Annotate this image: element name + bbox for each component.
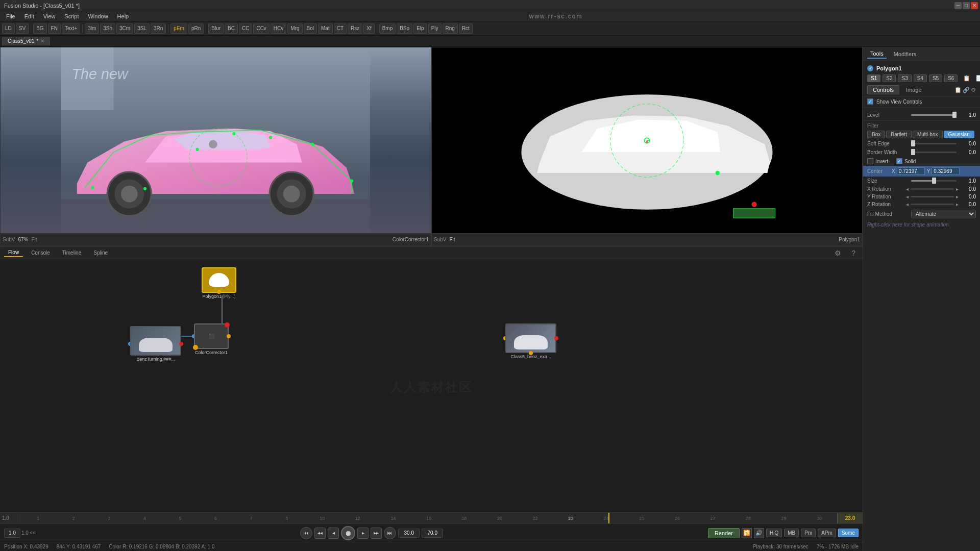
tool-mat[interactable]: Mat	[318, 23, 333, 34]
x-rotation-right-btn[interactable]: ▸	[956, 186, 959, 192]
stop-btn[interactable]: ⏺	[341, 526, 355, 540]
polygon-box[interactable]	[202, 267, 236, 293]
hiq-btn[interactable]: HiQ	[766, 529, 782, 537]
tool-xf[interactable]: Xf	[363, 23, 374, 34]
tool-bc[interactable]: BC	[225, 23, 238, 34]
tool-prn[interactable]: pRn	[188, 23, 204, 34]
maximize-btn[interactable]: □	[963, 2, 970, 9]
soft-edge-slider[interactable]	[911, 143, 957, 144]
style-s3[interactable]: S3	[898, 74, 911, 82]
timeline-track[interactable]: 1 2 3 4 5 6 7 8 10 12 14 16 18 20 22 23	[20, 513, 837, 523]
image-link-btn[interactable]: 🔗	[963, 87, 970, 93]
tool-elp[interactable]: Elp	[413, 23, 427, 34]
some-btn[interactable]: Some	[838, 529, 859, 537]
play-btn[interactable]: ▸	[357, 528, 369, 539]
style-s4[interactable]: S4	[914, 74, 927, 82]
tool-blur[interactable]: Blur	[208, 23, 224, 34]
size-thumb[interactable]	[932, 178, 936, 184]
node-enabled-indicator[interactable]: ✓	[867, 65, 873, 71]
tab-timeline[interactable]: Timeline	[58, 249, 85, 257]
show-view-controls-checkbox[interactable]	[867, 98, 873, 105]
menu-help[interactable]: Help	[113, 12, 133, 20]
menu-file[interactable]: File	[2, 12, 19, 20]
menu-script[interactable]: Script	[60, 12, 83, 20]
start-frame-input[interactable]	[4, 529, 20, 538]
y-rotation-slider[interactable]	[911, 196, 954, 197]
tool-ct[interactable]: CT	[334, 23, 347, 34]
tab-flow[interactable]: Flow	[4, 248, 23, 257]
node-editor-settings[interactable]: ⚙	[831, 248, 844, 258]
style-s6[interactable]: S6	[944, 74, 958, 82]
node-editor[interactable]: Flow Console Timeline Spline ⚙ ? 人人素材社区	[0, 246, 863, 512]
node-corrector[interactable]: ⬛ ColorCorrector1	[194, 323, 229, 355]
viewer-left-fit[interactable]: Fit	[31, 237, 37, 242]
audio-btn[interactable]: 🔊	[754, 528, 764, 538]
paste-settings-btn[interactable]: 📄	[974, 74, 980, 82]
soft-edge-thumb[interactable]	[911, 140, 915, 146]
tool-fn[interactable]: FN	[48, 23, 61, 34]
center-x-input[interactable]	[897, 167, 925, 175]
viewer-right-subv[interactable]: SubV	[434, 237, 446, 242]
tool-bmp[interactable]: Bmp	[379, 23, 396, 34]
tool-3lm[interactable]: 3lm	[85, 23, 99, 34]
x-rotation-slider[interactable]	[911, 188, 954, 190]
z-rotation-right-btn[interactable]: ▸	[956, 202, 959, 207]
tool-3sh[interactable]: 3Sh	[100, 23, 115, 34]
tool-rsz[interactable]: Rsz	[348, 23, 362, 34]
style-s5[interactable]: S5	[929, 74, 942, 82]
tool-cc[interactable]: CC	[239, 23, 252, 34]
go-to-start-btn[interactable]: ⏮	[300, 527, 312, 539]
style-s1[interactable]: S1	[867, 74, 880, 82]
node-editor-help[interactable]: ?	[848, 248, 859, 258]
aprx-btn[interactable]: APrx	[818, 529, 836, 537]
close-btn[interactable]: ✕	[971, 2, 978, 9]
solid-checkbox[interactable]	[896, 158, 902, 164]
tab-spline[interactable]: Spline	[89, 249, 112, 257]
node-media-right[interactable]: Class5_benz_exa...	[505, 323, 556, 359]
tool-bol[interactable]: Bol	[304, 23, 317, 34]
tool-bsp[interactable]: BSp	[397, 23, 412, 34]
panel-tab-tools[interactable]: Tools	[867, 49, 887, 59]
tool-ply[interactable]: Ply	[428, 23, 442, 34]
tool-sv[interactable]: SV	[16, 23, 29, 34]
filter-multibox[interactable]: Multi-box	[913, 131, 943, 138]
tab-class5[interactable]: Class5_v01 * ✕	[2, 37, 50, 45]
panel-tab-modifiers[interactable]: Modifiers	[891, 50, 920, 58]
copy-settings-btn[interactable]: 📋	[962, 74, 972, 82]
sub-tab-controls[interactable]: Controls	[867, 85, 899, 94]
tool-mrg[interactable]: Mrg	[287, 23, 302, 34]
tool-hcv[interactable]: HCv	[271, 23, 286, 34]
tool-3sl[interactable]: 3SL	[134, 23, 150, 34]
y-rotation-right-btn[interactable]: ▸	[956, 194, 959, 199]
viewer-left-zoom[interactable]: 67%	[16, 237, 30, 242]
invert-checkbox[interactable]	[867, 158, 873, 164]
minimize-btn[interactable]: ─	[954, 2, 962, 9]
menu-edit[interactable]: Edit	[20, 12, 38, 20]
tab-console[interactable]: Console	[27, 249, 54, 257]
filter-gaussian[interactable]: Gaussian	[944, 131, 974, 138]
step-back-btn[interactable]: ◂◂	[314, 528, 326, 539]
prev-frame-btn[interactable]: <<	[30, 530, 36, 536]
tool-rct[interactable]: Rct	[459, 23, 473, 34]
menu-view[interactable]: View	[39, 12, 60, 20]
level-slider[interactable]	[911, 114, 957, 116]
y-rotation-left-btn[interactable]: ◂	[906, 194, 909, 199]
tool-ccv[interactable]: CCv	[253, 23, 269, 34]
play-reverse-btn[interactable]: ◂	[328, 528, 339, 539]
viewer-right-fit[interactable]: Fit	[447, 237, 457, 242]
size-slider[interactable]	[911, 180, 957, 182]
tool-rng[interactable]: Rng	[443, 23, 458, 34]
render-btn[interactable]: Render	[708, 528, 740, 538]
viewer-left-subv[interactable]: SubV	[3, 237, 15, 242]
filter-bartlett[interactable]: Bartlett	[886, 131, 912, 138]
fill-method-select[interactable]: Alternate Winding	[911, 210, 976, 218]
z-rotation-left-btn[interactable]: ◂	[906, 202, 909, 207]
x-rotation-left-btn[interactable]: ◂	[906, 186, 909, 192]
viewer-left[interactable]: The new	[0, 47, 431, 246]
tool-bg[interactable]: BG	[33, 23, 46, 34]
tab-close-btn[interactable]: ✕	[40, 38, 44, 44]
tool-3rn[interactable]: 3Rn	[151, 23, 166, 34]
node-media-left[interactable]: BenzTurning.###...	[130, 326, 181, 362]
viewer-right[interactable]: SubV Fit Polygon1	[431, 47, 863, 246]
image-gear-btn[interactable]: ⚙	[971, 87, 976, 93]
